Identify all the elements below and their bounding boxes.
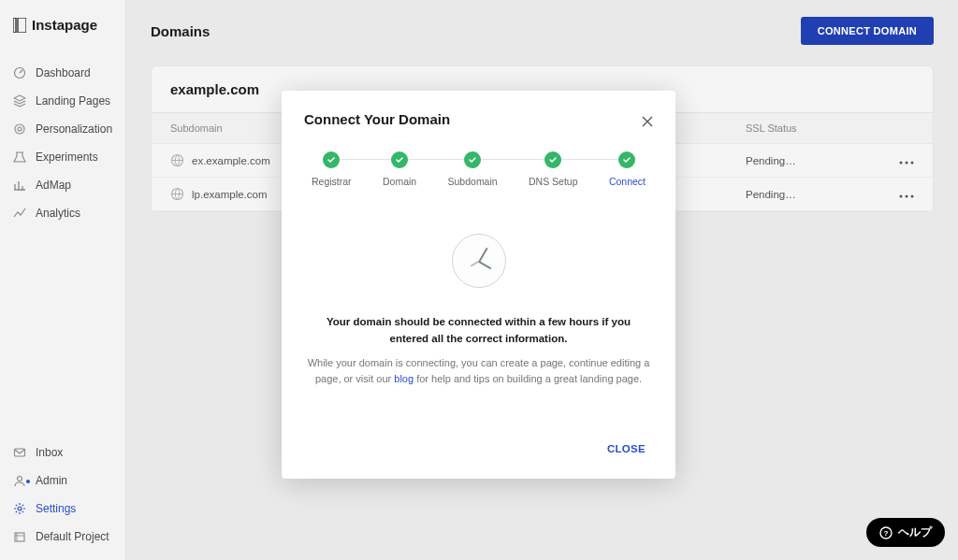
folder-icon: [13, 530, 26, 543]
check-icon: [464, 151, 481, 168]
check-icon: [323, 151, 340, 168]
sidebar-item-label: Experiments: [36, 151, 98, 164]
beaker-icon: [13, 151, 26, 164]
svg-point-3: [15, 124, 24, 134]
step-domain[interactable]: Domain: [383, 151, 416, 187]
sidebar-item-label: Inbox: [36, 446, 63, 459]
svg-rect-0: [13, 18, 16, 33]
layers-icon: [13, 94, 26, 108]
step-connect[interactable]: Connect: [609, 151, 646, 187]
modal-header: Connect Your Domain: [304, 111, 653, 127]
sidebar-item-label: Personalization: [36, 122, 112, 136]
check-icon: [618, 151, 635, 168]
sidebar-item-settings[interactable]: Settings: [0, 495, 125, 523]
dashboard-icon: [13, 66, 26, 79]
modal-stepper: RegistrarDomainSubdomainDNS SetupConnect: [312, 151, 646, 187]
ssl-status: Pending…: [746, 155, 858, 166]
svg-text:?: ?: [884, 529, 889, 538]
step-label: Domain: [383, 176, 416, 187]
gear-icon: [13, 502, 26, 515]
sidebar-item-personalization[interactable]: Personalization: [0, 115, 125, 143]
modal-subtext-post: for help and tips on building a great la…: [414, 373, 642, 384]
step-label: Registrar: [312, 176, 352, 187]
sidebar-item-analytics[interactable]: Analytics: [0, 199, 125, 227]
sidebar-item-dashboard[interactable]: Dashboard: [0, 59, 125, 87]
sidebar-item-inbox[interactable]: Inbox: [0, 438, 125, 467]
svg-point-4: [18, 127, 22, 131]
target-icon: [13, 122, 26, 136]
globe-icon: [170, 153, 184, 167]
bars-icon: [13, 179, 26, 192]
modal-message: Your domain should be connected within a…: [304, 314, 653, 348]
sidebar-item-label: Settings: [36, 502, 76, 515]
modal-close-button[interactable]: CLOSE: [600, 438, 653, 460]
sidebar-item-label: Default Project: [36, 530, 109, 543]
modal-subtext: While your domain is connecting, you can…: [304, 348, 653, 387]
sidebar-item-admap[interactable]: AdMap: [0, 171, 125, 199]
connect-domain-modal: Connect Your Domain RegistrarDomainSubdo…: [282, 91, 675, 479]
sidebar-item-label: Landing Pages: [36, 94, 110, 108]
close-icon[interactable]: [642, 114, 653, 125]
step-label: Connect: [609, 176, 646, 187]
help-label: ヘルプ: [898, 524, 932, 540]
sidebar-item-experiments[interactable]: Experiments: [0, 143, 125, 171]
svg-point-12: [911, 161, 914, 164]
step-subdomain[interactable]: Subdomain: [448, 151, 498, 187]
sidebar-item-default-project[interactable]: Default Project: [0, 523, 125, 551]
row-actions-button[interactable]: [899, 189, 914, 200]
page-header: Domains CONNECT DOMAIN: [151, 0, 934, 62]
sidebar-item-label: Dashboard: [36, 66, 91, 79]
help-icon: ?: [879, 526, 893, 539]
col-ssl: SSL Status: [746, 122, 858, 134]
blog-link[interactable]: blog: [394, 373, 414, 384]
svg-point-11: [906, 161, 908, 164]
brand-label: Instapage: [32, 17, 97, 33]
connect-domain-button[interactable]: CONNECT DOMAIN: [801, 17, 934, 45]
sidebar-item-admin[interactable]: Admin: [0, 467, 125, 495]
step-registrar[interactable]: Registrar: [312, 151, 352, 187]
sidebar: Instapage DashboardLanding PagesPersonal…: [0, 0, 126, 560]
step-dns-setup[interactable]: DNS Setup: [529, 151, 578, 187]
brand-logo[interactable]: Instapage: [0, 0, 125, 50]
sidebar-item-label: Admin: [36, 474, 67, 487]
svg-point-6: [18, 477, 22, 481]
check-icon: [391, 151, 408, 168]
svg-rect-1: [18, 18, 26, 33]
svg-rect-5: [15, 449, 25, 456]
page-title: Domains: [151, 23, 210, 39]
subdomain-value: ex.example.com: [192, 155, 270, 166]
sidebar-item-landing-pages[interactable]: Landing Pages: [0, 87, 125, 115]
step-label: Subdomain: [448, 176, 498, 187]
nav-bottom: InboxAdminSettingsDefault Project: [0, 438, 125, 551]
svg-point-14: [900, 194, 903, 197]
sidebar-item-label: AdMap: [36, 179, 71, 192]
svg-rect-8: [15, 533, 24, 541]
check-icon: [544, 151, 561, 168]
globe-icon: [170, 187, 184, 201]
subdomain-value: lp.example.com: [192, 189, 268, 200]
ssl-status: Pending…: [746, 189, 858, 200]
chart-icon: [13, 207, 26, 220]
svg-point-15: [906, 194, 908, 197]
svg-point-7: [18, 507, 22, 510]
user-icon: [13, 474, 26, 487]
brand-icon: [13, 18, 26, 33]
modal-footer: CLOSE: [304, 438, 653, 460]
svg-point-10: [900, 161, 903, 164]
step-label: DNS Setup: [529, 176, 578, 187]
clock-illustration: [304, 234, 653, 288]
modal-title: Connect Your Domain: [304, 111, 450, 127]
help-widget[interactable]: ? ヘルプ: [866, 518, 945, 547]
inbox-icon: [13, 446, 26, 459]
svg-point-16: [911, 194, 914, 197]
notification-dot: [26, 480, 30, 483]
clock-icon: [452, 234, 506, 288]
sidebar-item-label: Analytics: [36, 207, 80, 220]
row-actions-button[interactable]: [899, 155, 914, 166]
nav-top: DashboardLanding PagesPersonalizationExp…: [0, 50, 125, 227]
